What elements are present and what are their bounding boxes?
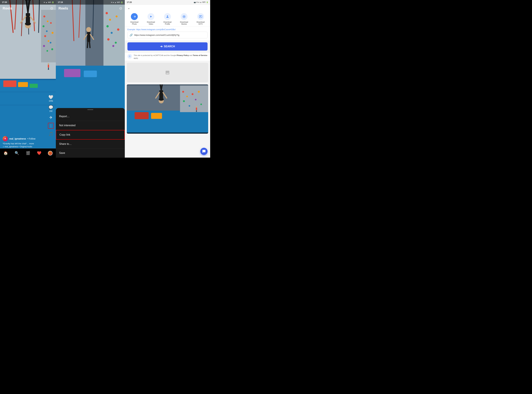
chat-bubble-button[interactable] [200, 148, 208, 155]
menu-item-save[interactable]: Save [56, 149, 125, 158]
dot-icon-web: ● [198, 1, 199, 3]
chevron-down-icon[interactable]: ⌄ [127, 6, 130, 10]
reel-user-info: R real_igreatness • Follow *Gravity has … [0, 136, 56, 148]
svg-rect-69 [180, 86, 208, 112]
wifi-icon: WiFi [48, 1, 51, 3]
menu-item-save-label: Save [59, 151, 65, 154]
panel-web-app: 17:20 📷 ✉ ● ▲ WiFi 🔋 ⌄ DownloadPhoto Dow… [125, 0, 210, 158]
music-disc-button[interactable]: 🎵 [48, 132, 53, 136]
tab-download-igtv[interactable]: DownloadIGTV [192, 13, 209, 25]
tab-video-label: DownloadVideo [147, 21, 155, 25]
svg-rect-90 [196, 108, 197, 110]
camera-icon-left[interactable]: ⊙ [50, 6, 53, 10]
svg-rect-87 [135, 112, 149, 119]
media-placeholder [127, 63, 208, 83]
svg-rect-20 [30, 84, 38, 88]
battery-icon-2: 🔋 [121, 1, 123, 3]
reel-background [0, 0, 56, 158]
svg-point-86 [159, 98, 164, 101]
svg-point-12 [50, 42, 51, 43]
menu-item-not-interested[interactable]: Not interested [56, 121, 125, 130]
terms-link[interactable]: Terms of Service [193, 54, 207, 56]
nav-search[interactable]: 🔍 [13, 150, 20, 156]
menu-item-share-label: Share to… [59, 142, 72, 145]
download-profile-icon [164, 13, 171, 20]
svg-point-7 [48, 40, 49, 42]
share-button[interactable]: ✈ [49, 115, 52, 120]
mail-icon-web: ✉ [196, 1, 198, 3]
svg-rect-18 [3, 80, 16, 87]
recaptcha-text: This site is protected by reCAPTCHA and … [134, 54, 208, 59]
nav-reels[interactable]: 🎬 [25, 150, 31, 156]
recaptcha-and: and [189, 54, 193, 56]
download-video-icon [147, 13, 154, 20]
svg-line-41 [48, 67, 49, 70]
comment-icon: 💬 [48, 105, 53, 110]
battery-icon: 🔋 [52, 1, 54, 3]
mail-icon: ✉ [44, 1, 45, 3]
tab-download-profile[interactable]: DownloadProfile [159, 13, 176, 25]
signal-icon: ▲ [46, 1, 47, 3]
media-video-preview [127, 84, 208, 134]
tab-download-photo[interactable]: DownloadPhoto [126, 13, 143, 25]
link-icon: 🔗 [130, 33, 133, 36]
nav-home[interactable]: 🏠 [2, 150, 9, 156]
status-bar-panel2: 17:19 ✉ ● ▲ WiFi 🔋 [56, 0, 125, 5]
svg-point-55 [86, 27, 91, 32]
recaptcha-logo: G [127, 54, 132, 59]
svg-point-10 [50, 22, 52, 24]
svg-rect-15 [0, 79, 56, 80]
svg-point-89 [196, 106, 197, 108]
avatar[interactable]: R [3, 136, 8, 141]
svg-point-51 [112, 45, 114, 47]
svg-point-4 [42, 25, 45, 27]
privacy-policy-link[interactable]: Privacy Policy [177, 54, 189, 56]
svg-point-53 [117, 28, 119, 31]
svg-point-5 [46, 30, 48, 32]
search-button[interactable]: ➔ SEARCH [127, 42, 208, 51]
context-menu: Report… Not interested Copy link Share t… [56, 108, 125, 158]
recaptcha-apply: apply. [134, 57, 138, 59]
svg-point-54 [115, 42, 117, 44]
download-stories-icon [181, 13, 188, 20]
url-section: Example: https://www.instagram.com/p/BnC… [125, 26, 210, 40]
status-icons-web: 📷 ✉ ● ▲ WiFi 🔋 [194, 1, 208, 3]
menu-item-report[interactable]: Report… [56, 112, 125, 121]
search-btn-icon: ➔ [160, 45, 162, 48]
menu-item-copy-link[interactable]: Copy link [56, 130, 125, 140]
comment-button[interactable]: 💬 192 [48, 105, 53, 112]
download-tabs-row: DownloadPhoto DownloadVideo DownloadProf… [125, 11, 210, 26]
username[interactable]: real_igreatness [9, 137, 26, 140]
example-url-text: Example: https://www.instagram.com/p/BnC… [127, 28, 208, 31]
url-input[interactable]: https://www.instagram.com/reel/CLaAiU6jf… [134, 34, 205, 36]
svg-point-46 [106, 12, 108, 14]
status-bar-left: 17:20 ✉ ▲ WiFi 🔋 [0, 0, 56, 5]
media-preview-section [125, 61, 210, 136]
nav-profile[interactable] [47, 150, 53, 156]
menu-item-share[interactable]: Share to… [56, 140, 125, 149]
tab-download-video[interactable]: DownloadVideo [143, 13, 159, 25]
nav-heart[interactable]: ❤️ [36, 150, 42, 156]
tab-download-stories[interactable]: DownloadStories [176, 13, 192, 25]
sheet-handle-row: ⌄ [125, 5, 210, 11]
svg-rect-88 [151, 113, 162, 119]
battery-icon-web: 🔋 [206, 1, 208, 3]
camera-icon-panel2[interactable]: ⊙ [119, 6, 122, 10]
share-icon: ✈ [49, 115, 52, 120]
more-options-button[interactable]: ⋮ [48, 123, 54, 129]
menu-item-copy-link-label: Copy link [59, 133, 70, 136]
svg-point-72 [183, 100, 185, 102]
svg-point-73 [189, 105, 190, 107]
svg-rect-33 [26, 13, 30, 23]
svg-point-47 [109, 19, 111, 21]
svg-point-52 [116, 16, 118, 17]
svg-point-71 [186, 96, 188, 97]
wifi-icon-web: WiFi [202, 1, 206, 3]
like-button[interactable]: 🤍 105k [48, 95, 53, 102]
signal-icon-web: ▲ [200, 1, 202, 3]
svg-point-48 [106, 25, 109, 27]
svg-rect-82 [159, 90, 163, 99]
follow-button[interactable]: • Follow [27, 137, 36, 140]
ellipsis-icon: ⋮ [49, 124, 52, 128]
reel-actions: 🤍 105k 💬 192 ✈ ⋮ 🎵 [48, 95, 54, 136]
